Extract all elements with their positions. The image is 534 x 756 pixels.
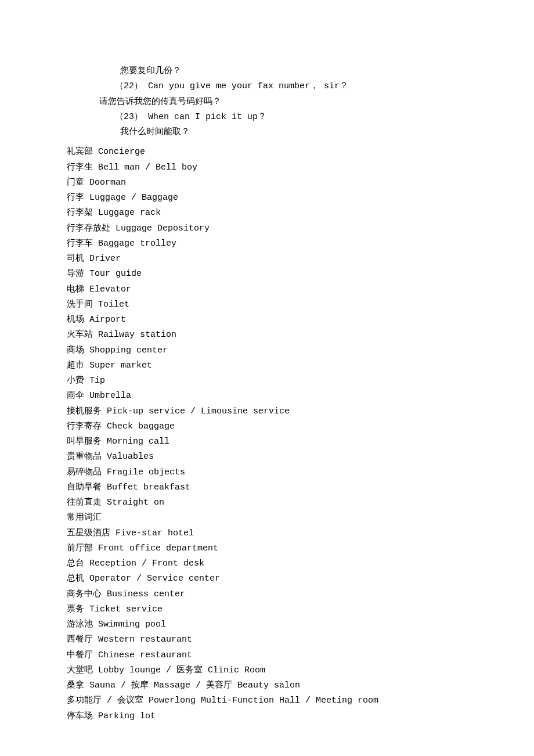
vocab-line: 接机服务 Pick-up service / Limousine service	[67, 404, 470, 419]
vocab-line: 票务 Ticket service	[67, 602, 470, 617]
vocab-line: 机场 Airport	[67, 312, 470, 327]
dialog-section: 您要复印几份？ （22） Can you give me your fax nu…	[67, 64, 470, 140]
vocab-line: 雨伞 Umbrella	[67, 388, 470, 404]
vocab-line: 司机 Driver	[67, 251, 470, 267]
vocab-line: 五星级酒店 Five-star hotel	[67, 526, 470, 541]
vocab-line: 行李存放处 Luggage Depository	[67, 221, 470, 236]
vocabulary-section: 礼宾部 Concierge 行李生 Bell man / Bell boy 门童…	[67, 145, 470, 724]
vocab-line: 行李架 Luggage rack	[67, 206, 470, 221]
vocab-line: 行李寄存 Check baggage	[67, 419, 470, 434]
vocab-line: 小费 Tip	[67, 373, 470, 388]
vocab-line: 易碎物品 Fragile objects	[67, 465, 470, 480]
dialog-line: （23） When can I pick it up？	[99, 110, 470, 125]
vocab-line: 火车站 Railway station	[67, 327, 470, 343]
vocab-line: 行李生 Bell man / Bell boy	[67, 160, 470, 175]
dialog-line: 我什么时间能取？	[99, 125, 470, 140]
vocab-line: 总机 Operator / Service center	[67, 571, 470, 586]
dialog-line: 请您告诉我您的传真号码好吗？	[99, 95, 470, 110]
dialog-line: 您要复印几份？	[99, 64, 470, 79]
vocab-line: 礼宾部 Concierge	[67, 145, 470, 160]
vocab-line: 自助早餐 Buffet breakfast	[67, 480, 470, 495]
vocab-line: 门童 Doorman	[67, 175, 470, 190]
vocab-line: 导游 Tour guide	[67, 267, 470, 282]
vocab-line: 常用词汇	[67, 510, 470, 525]
vocab-line: 商务中心 Business center	[67, 587, 470, 602]
vocab-line: 桑拿 Sauna / 按摩 Massage / 美容厅 Beauty salon	[67, 678, 470, 693]
vocab-line: 行李 Luggage / Baggage	[67, 190, 470, 206]
vocab-line: 叫早服务 Morning call	[67, 434, 470, 449]
vocab-line: 行李车 Baggage trolley	[67, 236, 470, 251]
vocab-line: 游泳池 Swimming pool	[67, 617, 470, 632]
dialog-line: （22） Can you give me your fax number， si…	[99, 79, 470, 94]
vocab-line: 多功能厅 / 会议室 Powerlong Multi-Function Hall…	[67, 693, 470, 708]
vocab-line: 商场 Shopping center	[67, 343, 470, 358]
document-page: 您要复印几份？ （22） Can you give me your fax nu…	[0, 0, 534, 756]
vocab-line: 总台 Reception / Front desk	[67, 556, 470, 571]
vocab-line: 往前直走 Straight on	[67, 495, 470, 510]
section-spacer	[67, 140, 470, 145]
vocab-line: 大堂吧 Lobby lounge / 医务室 Clinic Room	[67, 663, 470, 678]
vocab-line: 西餐厅 Western restaurant	[67, 632, 470, 647]
vocab-line: 前厅部 Front office department	[67, 541, 470, 556]
vocab-line: 贵重物品 Valuables	[67, 449, 470, 465]
vocab-line: 停车场 Parking lot	[67, 709, 470, 724]
vocab-line: 洗手间 Toilet	[67, 297, 470, 312]
vocab-line: 超市 Super market	[67, 358, 470, 373]
vocab-line: 电梯 Elevator	[67, 282, 470, 297]
vocab-line: 中餐厅 Chinese restaurant	[67, 648, 470, 663]
